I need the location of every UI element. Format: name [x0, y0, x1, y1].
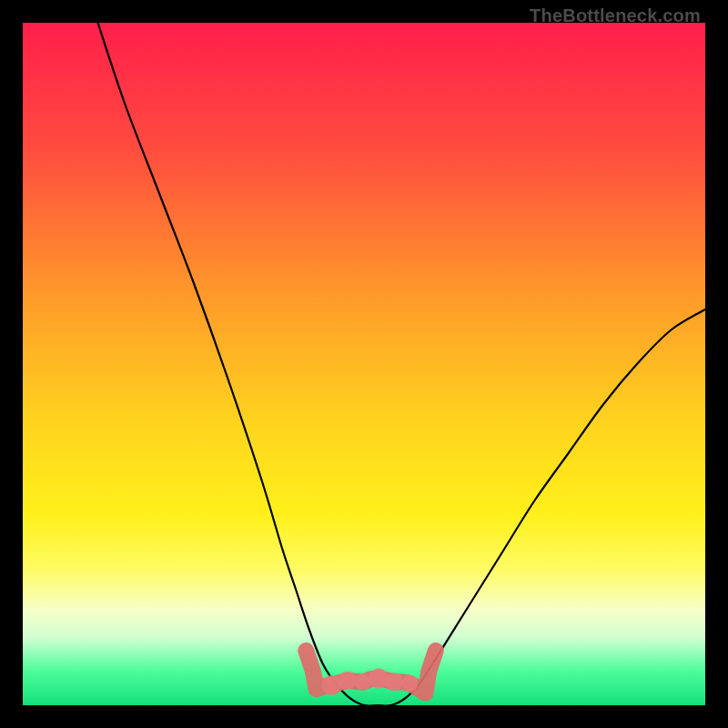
- optimal-band-bead: [369, 669, 389, 689]
- watermark-text: TheBottleneck.com: [530, 5, 701, 26]
- chart-svg: [23, 23, 705, 705]
- optimal-band-bead: [355, 674, 371, 691]
- chart-frame: TheBottleneck.com: [0, 0, 728, 728]
- optimal-band-bead: [401, 675, 418, 692]
- chart-plot-area: [23, 23, 705, 705]
- optimal-band-bead: [385, 672, 403, 691]
- gradient-background: [23, 23, 705, 705]
- optimal-band-bead: [339, 672, 357, 690]
